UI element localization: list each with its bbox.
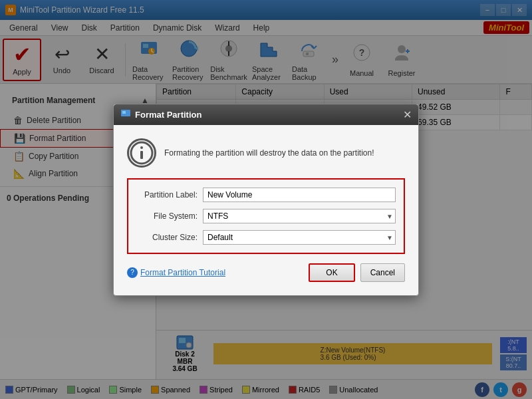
modal-close-button[interactable]: ✕ xyxy=(403,108,412,121)
file-system-label: File System: xyxy=(136,211,203,221)
svg-rect-20 xyxy=(140,146,143,149)
tutorial-link[interactable]: ? Format Partition Tutorial xyxy=(127,267,225,278)
cancel-button[interactable]: Cancel xyxy=(360,263,405,282)
file-system-select-wrapper: NTFS FAT32 FAT16 exFAT Ext2 Ext3 Ext4 ▼ xyxy=(203,209,396,223)
svg-rect-18 xyxy=(122,111,126,114)
format-partition-modal: Format Partition ✕ Formating the partiti… xyxy=(113,104,419,296)
partition-label-label: Partition Label: xyxy=(136,190,203,200)
modal-title-icon xyxy=(120,108,131,121)
partition-label-input[interactable] xyxy=(203,188,396,202)
cluster-size-select-wrapper: Default 512 1024 2048 4096 8192 ▼ xyxy=(203,230,396,245)
cluster-size-label: Cluster Size: xyxy=(136,233,203,242)
modal-form: Partition Label: File System: NTFS FAT32… xyxy=(127,178,405,254)
cluster-size-select[interactable]: Default 512 1024 2048 4096 8192 xyxy=(203,230,396,245)
modal-footer: ? Format Partition Tutorial OK Cancel xyxy=(127,263,405,282)
tutorial-link-text: Format Partition Tutorial xyxy=(140,268,225,277)
file-system-select[interactable]: NTFS FAT32 FAT16 exFAT Ext2 Ext3 Ext4 xyxy=(203,209,396,223)
modal-title-bar: Format Partition ✕ xyxy=(114,104,418,125)
partition-label-row: Partition Label: xyxy=(136,188,396,202)
file-system-row: File System: NTFS FAT32 FAT16 exFAT Ext2… xyxy=(136,209,396,223)
modal-buttons: OK Cancel xyxy=(309,263,405,282)
modal-title-text: Format Partition xyxy=(135,110,399,120)
svg-rect-21 xyxy=(140,151,143,159)
modal-overlay[interactable]: Format Partition ✕ Formating the partiti… xyxy=(0,0,532,399)
modal-body: Formating the partition will destroy the… xyxy=(114,125,418,295)
help-icon: ? xyxy=(127,267,138,278)
ok-button[interactable]: OK xyxy=(309,263,354,282)
cluster-size-row: Cluster Size: Default 512 1024 2048 4096… xyxy=(136,230,396,245)
warning-text: Formating the partition will destroy the… xyxy=(164,148,374,158)
modal-warning: Formating the partition will destroy the… xyxy=(127,138,405,168)
warning-icon xyxy=(127,138,156,168)
